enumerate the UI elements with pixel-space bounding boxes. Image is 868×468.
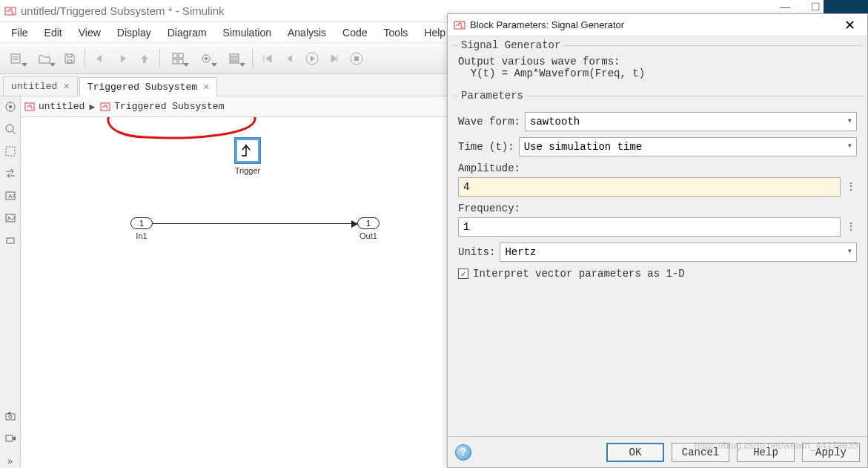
close-icon[interactable]: ×: [63, 81, 69, 93]
min-icon: —: [780, 1, 790, 13]
subsystem-icon: [99, 101, 111, 113]
amplitude-input[interactable]: [458, 177, 841, 197]
trigger-block-label: Trigger: [225, 166, 270, 175]
step-back-button[interactable]: [257, 48, 278, 69]
new-model-button[interactable]: [3, 48, 30, 69]
back-button[interactable]: [90, 48, 110, 69]
max-icon: ☐: [811, 1, 821, 13]
menu-display[interactable]: Display: [109, 24, 159, 42]
desc-line1: Output various wave forms:: [458, 56, 857, 67]
signal-line[interactable]: [153, 223, 357, 224]
trigger-block[interactable]: [235, 138, 260, 163]
annotate-icon[interactable]: A≡: [3, 188, 18, 203]
dialog-titlebar[interactable]: Block Parameters: Signal Generator ✕: [448, 14, 867, 36]
svg-point-25: [9, 415, 12, 418]
record-icon[interactable]: [3, 431, 18, 446]
camera-icon[interactable]: [3, 409, 18, 423]
svg-point-16: [6, 125, 13, 132]
zoom-icon[interactable]: [3, 122, 18, 136]
save-button[interactable]: [59, 48, 80, 69]
model-config-button[interactable]: [193, 48, 219, 69]
waveform-select[interactable]: [525, 112, 857, 131]
frequency-input[interactable]: [458, 217, 841, 237]
svg-rect-27: [6, 435, 13, 441]
help-icon[interactable]: ?: [455, 444, 471, 461]
run-button[interactable]: [302, 48, 322, 69]
svg-rect-9: [230, 58, 239, 60]
box-icon[interactable]: [3, 233, 18, 248]
menu-file[interactable]: File: [3, 24, 36, 42]
svg-rect-8: [230, 54, 239, 56]
watermark-text: https://blog.csdn.net/weixin_44378835: [695, 440, 858, 451]
svg-rect-4: [173, 59, 177, 64]
library-browser-button[interactable]: [165, 48, 191, 69]
svg-rect-10: [230, 62, 239, 63]
chevron-right-icon: ▶: [87, 101, 96, 113]
ok-button[interactable]: OK: [606, 443, 664, 462]
breadcrumb-root[interactable]: untitled: [39, 101, 85, 112]
svg-rect-18: [6, 147, 15, 156]
out-port-label: Out1: [354, 231, 383, 240]
model-explorer-button[interactable]: [221, 48, 248, 69]
time-select[interactable]: [519, 137, 857, 156]
svg-rect-29: [101, 103, 110, 111]
trigger-icon: [239, 142, 256, 159]
block-parameters-dialog: Block Parameters: Signal Generator ✕ Sig…: [447, 13, 868, 468]
window-title: untitled/Triggered Subsystem * - Simulin…: [21, 4, 225, 17]
frequency-more-button[interactable]: ⋮: [845, 217, 857, 237]
image-icon[interactable]: [3, 211, 18, 225]
simulink-dialog-icon: [454, 19, 466, 31]
menu-view[interactable]: View: [70, 24, 109, 42]
navigate-icon[interactable]: [3, 99, 18, 114]
interpret-vector-checkbox[interactable]: ✓: [458, 268, 468, 279]
up-button[interactable]: [134, 48, 155, 69]
svg-rect-26: [8, 412, 11, 414]
expand-icon[interactable]: »: [3, 453, 18, 468]
units-label: Units:: [458, 246, 495, 258]
svg-rect-3: [179, 53, 183, 58]
tab-label: Triggered Subsystem: [87, 82, 197, 93]
amplitude-label: Amplitude:: [458, 162, 520, 174]
svg-rect-13: [354, 56, 359, 61]
svg-rect-28: [25, 103, 34, 111]
description-group: Signal Generator Output various wave for…: [452, 39, 863, 84]
menu-analysis[interactable]: Analysis: [279, 24, 334, 42]
tab-untitled[interactable]: untitled ×: [3, 76, 78, 96]
interpret-vector-label: Interpret vector parameters as 1-D: [473, 268, 685, 280]
tab-label: untitled: [11, 81, 57, 92]
stop-button[interactable]: [346, 48, 367, 69]
fit-icon[interactable]: [3, 144, 18, 159]
menu-code[interactable]: Code: [334, 24, 375, 42]
time-label: Time (t):: [458, 141, 514, 153]
menu-simulation[interactable]: Simulation: [215, 24, 279, 42]
units-select[interactable]: [500, 243, 857, 262]
dialog-close-button[interactable]: ✕: [838, 17, 861, 33]
parameters-group: Parameters Wave form: Time (t): Amplitud…: [452, 90, 863, 433]
waveform-label: Wave form:: [458, 116, 520, 128]
menu-tools[interactable]: Tools: [376, 24, 417, 42]
forward-button[interactable]: [112, 48, 133, 69]
svg-rect-2: [173, 53, 177, 58]
open-button[interactable]: [31, 48, 58, 69]
in-port-block[interactable]: 1: [130, 217, 153, 229]
menu-edit[interactable]: Edit: [36, 24, 70, 42]
step-back-one-button[interactable]: [279, 48, 300, 69]
svg-point-15: [9, 105, 12, 108]
amplitude-more-button[interactable]: ⋮: [845, 177, 857, 197]
dialog-title: Block Parameters: Signal Generator: [470, 19, 838, 30]
swap-icon[interactable]: [3, 166, 18, 181]
breadcrumb-current[interactable]: Triggered Subsystem: [114, 101, 224, 112]
svg-point-7: [205, 57, 208, 60]
desc-line2: Y(t) = Amp*Waveform(Freq, t): [458, 67, 857, 79]
parameters-legend: Parameters: [458, 90, 526, 102]
tab-triggered-subsystem[interactable]: Triggered Subsystem ×: [79, 77, 218, 96]
menu-diagram[interactable]: Diagram: [159, 24, 215, 42]
close-icon[interactable]: ×: [203, 82, 209, 93]
step-forward-button[interactable]: [324, 48, 345, 69]
svg-rect-24: [6, 414, 15, 420]
frequency-label: Frequency:: [458, 202, 520, 214]
model-icon[interactable]: [24, 101, 36, 113]
svg-line-17: [13, 131, 16, 134]
out-port-block[interactable]: 1: [357, 217, 380, 229]
palette-strip: A≡ »: [0, 96, 21, 468]
